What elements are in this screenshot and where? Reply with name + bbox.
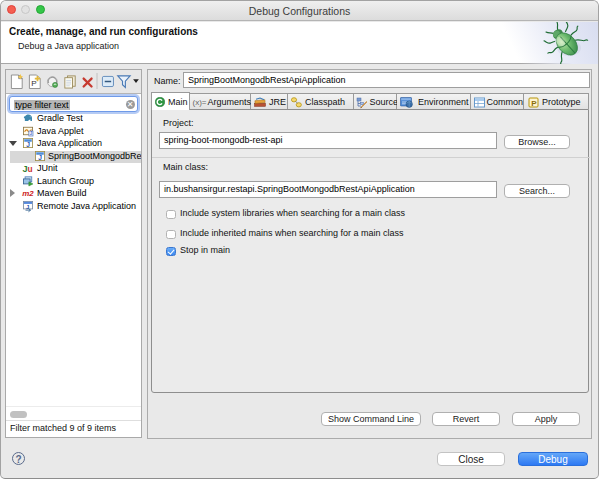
svg-text:J: J [26, 141, 30, 148]
svg-text:J: J [30, 131, 32, 136]
svg-text:J: J [38, 153, 42, 160]
svg-text:P: P [531, 99, 537, 108]
svg-text:m2: m2 [22, 189, 34, 198]
svg-text:u: u [28, 164, 33, 174]
svg-text:P: P [31, 79, 36, 88]
